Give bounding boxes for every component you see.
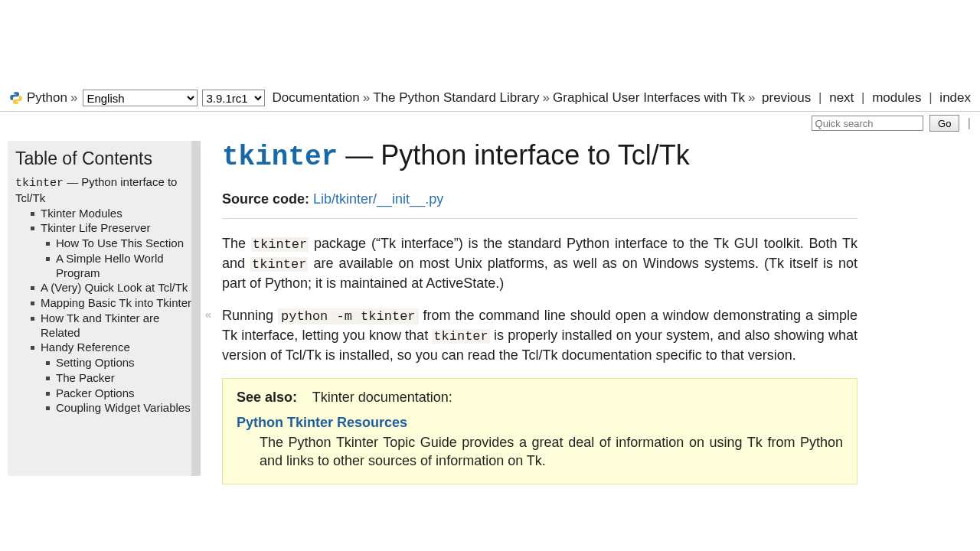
- toc-top-item[interactable]: tkinter — Python interface to Tcl/Tk: [15, 175, 193, 206]
- see-also-label: See also:: [237, 390, 297, 405]
- version-select[interactable]: 3.9.1rc1: [202, 90, 265, 106]
- sep: »: [543, 90, 550, 106]
- page-title: tkinter — Python interface to Tcl/Tk: [222, 139, 858, 173]
- sidebar-collapse-icon[interactable]: «: [205, 308, 211, 321]
- source-code-link[interactable]: Lib/tkinter/__init__.py: [313, 191, 443, 207]
- search-go-button[interactable]: Go: [929, 115, 959, 132]
- search-input[interactable]: [812, 116, 923, 131]
- sep: »: [748, 90, 755, 106]
- main-content: tkinter — Python interface to Tcl/Tk Sou…: [201, 135, 980, 500]
- sep: »: [70, 90, 77, 106]
- intro-paragraph-1: The tkinter package (“Tk interface”) is …: [222, 234, 858, 292]
- toc-item-howto[interactable]: How To Use This Section: [46, 236, 193, 251]
- toc-item-mapping[interactable]: Mapping Basic Tk into Tkinter: [31, 296, 193, 311]
- toc-item-handy[interactable]: Handy Reference: [31, 341, 193, 355]
- python-logo-icon: [9, 91, 23, 105]
- toc-item-quick[interactable]: A (Very) Quick Look at Tcl/Tk: [31, 281, 193, 295]
- divider: [222, 218, 858, 219]
- nav-modules[interactable]: modules: [872, 90, 921, 105]
- nav-next[interactable]: next: [829, 90, 854, 105]
- toc-item-related[interactable]: How Tk and Tkinter are Related: [31, 311, 193, 341]
- see-also-resource-link[interactable]: Python Tkinter Resources: [237, 415, 407, 430]
- nav-previous[interactable]: previous: [762, 90, 811, 105]
- toc-item-setopt[interactable]: Setting Options: [46, 356, 193, 370]
- toc-sidebar: Table of Contents tkinter — Python inter…: [8, 141, 201, 476]
- search-row: Go |: [0, 112, 980, 135]
- sep: »: [363, 90, 370, 106]
- see-also-box: See also: Tkinter documentation: Python …: [222, 378, 858, 484]
- toc-item-packer[interactable]: The Packer: [46, 371, 193, 386]
- toc-item-hello[interactable]: A Simple Hello World Program: [46, 252, 193, 281]
- language-select[interactable]: English: [83, 90, 198, 106]
- breadcrumb-stdlib[interactable]: The Python Standard Library: [373, 90, 539, 106]
- breadcrumb-gui[interactable]: Graphical User Interfaces with Tk: [553, 90, 745, 106]
- toc-heading: Table of Contents: [15, 148, 193, 169]
- toc-item-packeropt[interactable]: Packer Options: [46, 386, 193, 401]
- toc-item-life[interactable]: Tkinter Life Preserver: [31, 221, 193, 236]
- nav-index[interactable]: index: [939, 90, 971, 105]
- python-home-link[interactable]: Python: [27, 90, 67, 106]
- source-code-line: Source code: Lib/tkinter/__init__.py: [222, 191, 858, 207]
- toc-item-modules[interactable]: Tkinter Modules: [31, 207, 193, 221]
- breadcrumb-documentation[interactable]: Documentation: [272, 90, 359, 106]
- intro-paragraph-2: Running python -m tkinter from the comma…: [222, 306, 858, 364]
- see-also-intro: Tkinter documentation:: [312, 390, 452, 405]
- toc-item-coupling[interactable]: Coupling Widget Variables: [46, 401, 193, 416]
- nav-right-links: previous | next | modules | index: [762, 90, 971, 106]
- see-also-resource-desc: The Python Tkinter Topic Guide provides …: [260, 434, 843, 470]
- search-trail: |: [968, 116, 971, 130]
- top-nav: Python » English 3.9.1rc1 Documentation …: [0, 83, 980, 112]
